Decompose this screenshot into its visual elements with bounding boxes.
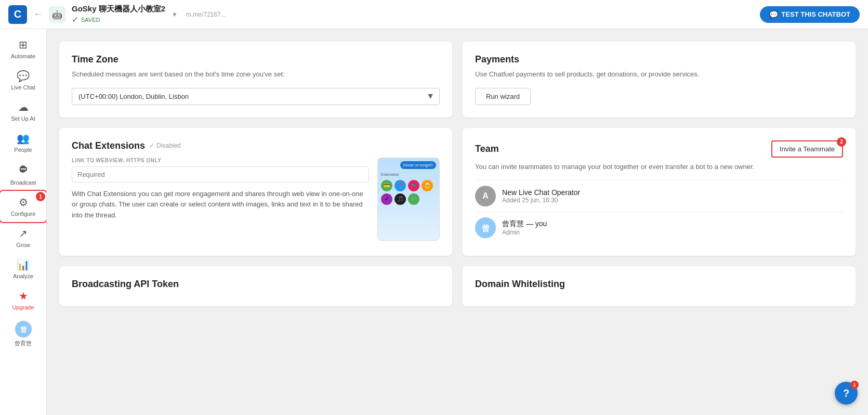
sidebar-item-grow[interactable]: ↗ Grow bbox=[0, 222, 46, 253]
saved-status: SAVED bbox=[81, 17, 100, 23]
help-icon: ? bbox=[843, 387, 849, 399]
run-wizard-button[interactable]: Run wizard bbox=[475, 88, 531, 105]
sidebar-label-live-chat: Live Chat bbox=[11, 84, 35, 90]
preview-icon-payments: 💳 bbox=[381, 180, 392, 191]
configure-badge: 1 bbox=[36, 192, 45, 201]
sidebar-label-automate: Automate bbox=[11, 53, 35, 59]
sidebar-item-upgrade[interactable]: ★ Upgrade bbox=[0, 284, 46, 316]
chat-ext-left: LINK TO WEBVIEW, HTTPS ONLY With Chat Ex… bbox=[72, 158, 369, 241]
sidebar-label-set-up-ai: Set Up AI bbox=[11, 115, 35, 122]
preview-icons-row: 💳 📍 🎮 🍺 ✓ 🎵 🛒 bbox=[381, 180, 436, 205]
help-badge: 1 bbox=[850, 381, 859, 389]
preview-icon-location: 📍 bbox=[394, 180, 406, 191]
sidebar-item-configure[interactable]: ⚙ Configure 1 bbox=[0, 191, 46, 222]
app-logo: C bbox=[8, 5, 27, 24]
content-area: Time Zone Scheduled messages are sent ba… bbox=[47, 29, 868, 415]
timezone-title: Time Zone bbox=[72, 54, 440, 65]
invite-teammate-button[interactable]: Invite a Teammate bbox=[771, 140, 843, 158]
user-avatar: 曾 bbox=[15, 321, 32, 338]
invite-wrapper: Invite a Teammate 2 bbox=[771, 140, 843, 158]
webview-input[interactable] bbox=[72, 166, 369, 183]
timezone-select-wrapper: (UTC+00:00) London, Dublin, Lisbon ▼ bbox=[72, 88, 440, 105]
test-chatbot-icon: 💬 bbox=[769, 10, 778, 19]
test-chatbot-button[interactable]: 💬 TEST THIS CHATBOT bbox=[760, 6, 860, 23]
sidebar-item-automate[interactable]: ⊞ Automate bbox=[0, 33, 46, 64]
live-chat-icon: 💬 bbox=[17, 70, 30, 82]
sidebar-item-analyze[interactable]: 📊 Analyze bbox=[0, 253, 46, 284]
chat-ext-header: Chat Extensions ✓ Disabled bbox=[72, 140, 440, 151]
people-icon: 👥 bbox=[17, 132, 30, 145]
sidebar-item-set-up-ai[interactable]: ☁ Set Up AI bbox=[0, 96, 46, 127]
upgrade-icon: ★ bbox=[19, 290, 28, 302]
broadcast-icon bbox=[18, 163, 29, 177]
sidebar-label-broadcast: Broadcast bbox=[10, 179, 36, 186]
operator-name: New Live Chat Operator bbox=[502, 188, 580, 197]
help-button[interactable]: ? 1 bbox=[835, 382, 858, 405]
payments-title: Payments bbox=[475, 54, 843, 65]
topbar: C ← 🤖 GoSky 聊天機器人小教室2 ✓ SAVED ▼ m.me/721… bbox=[0, 0, 868, 29]
svg-text:曾: 曾 bbox=[20, 326, 27, 333]
team-member-operator: A New Live Chat Operator Added 25 jun, 1… bbox=[475, 180, 843, 212]
saved-check-icon: ✓ bbox=[72, 15, 78, 24]
you-role: Admin bbox=[502, 229, 547, 236]
team-description: You can invite teammates to manage your … bbox=[475, 162, 843, 172]
broadcasting-api-card: Broadcasting API Token bbox=[59, 266, 452, 306]
team-card-header: Team Invite a Teammate 2 bbox=[475, 140, 843, 158]
payments-card: Payments Use Chatfuel payments to sell p… bbox=[463, 42, 856, 118]
preview-icon-games: 🎮 bbox=[408, 180, 419, 191]
sidebar-label-people: People bbox=[14, 147, 32, 153]
operator-sub: Added 25 jun, 16:30 bbox=[502, 197, 580, 204]
sidebar-label-configure: Configure bbox=[11, 211, 36, 217]
svg-text:🤖: 🤖 bbox=[52, 10, 62, 20]
preview-bubble: Dinner on tonight? bbox=[400, 161, 436, 169]
chat-ext-title: Chat Extensions bbox=[72, 140, 145, 151]
preview-icon-pub: 🍺 bbox=[422, 180, 433, 191]
bot-url: m.me/72167... bbox=[186, 11, 226, 18]
analyze-icon: 📊 bbox=[17, 258, 30, 271]
sidebar-item-people[interactable]: 👥 People bbox=[0, 127, 46, 158]
sidebar-item-broadcast[interactable]: Broadcast bbox=[0, 158, 46, 191]
chat-ext-description: With Chat Extensions you can get more en… bbox=[72, 189, 369, 221]
sidebar-label-grow: Grow bbox=[16, 242, 30, 248]
bot-name: GoSky 聊天機器人小教室2 bbox=[72, 4, 165, 14]
automate-icon: ⊞ bbox=[19, 38, 28, 51]
main-layout: ⊞ Automate 💬 Live Chat ☁ Set Up AI 👥 Peo… bbox=[0, 29, 868, 415]
preview-icon-market: 🛒 bbox=[408, 193, 419, 205]
webview-label: LINK TO WEBVIEW, HTTPS ONLY bbox=[72, 158, 369, 163]
operator-avatar: A bbox=[475, 186, 496, 206]
domain-title: Domain Whitelisting bbox=[475, 279, 843, 290]
you-info: 曾育慧 — you Admin bbox=[502, 219, 547, 236]
timezone-description: Scheduled messages are sent based on the… bbox=[72, 69, 440, 80]
you-name: 曾育慧 — you bbox=[502, 219, 547, 229]
back-button[interactable]: ← bbox=[33, 9, 43, 20]
sidebar-label-upgrade: Upgrade bbox=[12, 304, 34, 310]
timezone-card: Time Zone Scheduled messages are sent ba… bbox=[59, 42, 452, 118]
team-card: Team Invite a Teammate 2 You can invite … bbox=[463, 128, 856, 256]
timezone-select[interactable]: (UTC+00:00) London, Dublin, Lisbon bbox=[72, 88, 440, 105]
configure-icon: ⚙ bbox=[19, 196, 28, 209]
sidebar-label-user: 曾育慧 bbox=[15, 340, 32, 347]
check-circle-icon: ✓ bbox=[149, 142, 154, 149]
broadcasting-title: Broadcasting API Token bbox=[72, 279, 440, 290]
sidebar-label-analyze: Analyze bbox=[13, 273, 33, 279]
sidebar-item-live-chat[interactable]: 💬 Live Chat bbox=[0, 64, 46, 96]
payments-description: Use Chatfuel payments to sell products, … bbox=[475, 69, 843, 80]
invite-badge: 2 bbox=[837, 137, 846, 147]
svg-text:曾: 曾 bbox=[482, 224, 490, 232]
grow-icon: ↗ bbox=[19, 227, 28, 240]
chat-ext-body: LINK TO WEBVIEW, HTTPS ONLY With Chat Ex… bbox=[72, 158, 440, 241]
sidebar: ⊞ Automate 💬 Live Chat ☁ Set Up AI 👥 Peo… bbox=[0, 29, 47, 415]
team-member-you: 曾 曾育慧 — you Admin bbox=[475, 212, 843, 243]
chat-extensions-card: Chat Extensions ✓ Disabled LINK TO WEBVI… bbox=[59, 128, 452, 256]
bot-info: GoSky 聊天機器人小教室2 ✓ SAVED bbox=[72, 4, 165, 24]
preview-label: Extensions bbox=[381, 173, 436, 176]
preview-icon-tasks: ✓ bbox=[381, 193, 392, 205]
sidebar-item-user[interactable]: 曾 曾育慧 bbox=[0, 316, 46, 353]
you-avatar: 曾 bbox=[475, 217, 496, 238]
chat-ext-preview: Dinner on tonight? Extensions 💳 📍 🎮 🍺 ✓ … bbox=[377, 158, 440, 241]
team-title: Team bbox=[475, 144, 499, 154]
bot-dropdown-icon[interactable]: ▼ bbox=[172, 11, 178, 18]
preview-icon-bella: 🎵 bbox=[394, 193, 406, 205]
disabled-label: Disabled bbox=[156, 142, 181, 149]
operator-info: New Live Chat Operator Added 25 jun, 16:… bbox=[502, 188, 580, 204]
